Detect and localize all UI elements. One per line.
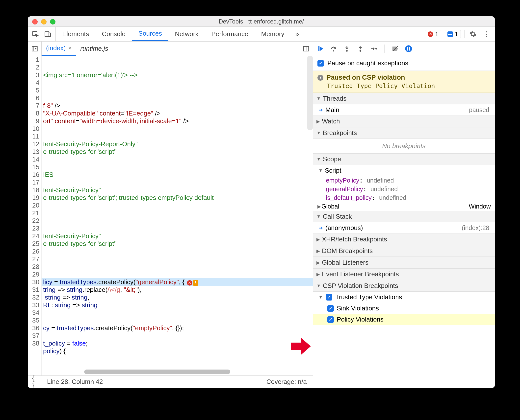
global-listeners-header[interactable]: ▶Global Listeners <box>313 257 495 268</box>
scope-header[interactable]: ▼Scope <box>313 153 495 165</box>
snippets-toggle-icon[interactable] <box>299 42 313 56</box>
code-line <box>42 309 313 317</box>
coverage-status: Coverage: n/a <box>266 378 309 386</box>
titlebar: DevTools - tt-enforced.glitch.me/ <box>28 16 495 27</box>
watch-header[interactable]: ▶Watch <box>313 116 495 127</box>
csp-sink-violations-row[interactable]: ✓ Sink Violations <box>313 303 495 314</box>
tab-console[interactable]: Console <box>95 27 132 41</box>
code-line <box>42 271 313 278</box>
code-line <box>42 255 313 263</box>
code-line: ort" content="width=device-width, initia… <box>42 117 313 125</box>
close-tab-icon[interactable]: × <box>68 45 71 51</box>
tab-performance[interactable]: Performance <box>205 27 255 41</box>
code-line: e-trusted-types-for 'script'; trusted-ty… <box>42 194 313 202</box>
file-tab[interactable]: runtime.js <box>76 42 113 56</box>
inspect-element-icon[interactable] <box>32 30 39 38</box>
step-out-icon[interactable] <box>357 45 364 52</box>
settings-gear-icon[interactable] <box>468 30 478 38</box>
svg-rect-4 <box>303 46 309 51</box>
navigator-toggle-icon[interactable] <box>28 42 42 56</box>
device-toggle-icon[interactable] <box>44 30 52 38</box>
debugger-toolbar <box>313 42 495 56</box>
thread-main-row[interactable]: ➔ Main paused <box>313 104 495 116</box>
scope-script-row[interactable]: ▼Script <box>313 165 495 176</box>
code-line: RL: string => string <box>42 301 313 309</box>
svg-rect-2 <box>48 33 51 37</box>
vertical-scrollbar[interactable] <box>307 56 313 130</box>
step-over-icon[interactable] <box>330 45 337 52</box>
code-line: string => string, <box>42 294 313 301</box>
window-title: DevTools - tt-enforced.glitch.me/ <box>28 18 495 25</box>
code-line <box>42 125 313 133</box>
resume-icon[interactable] <box>316 45 324 52</box>
event-listener-breakpoints-header[interactable]: ▶Event Listener Breakpoints <box>313 268 495 280</box>
code-line: t_policy = false; <box>42 340 313 347</box>
code-line <box>42 209 313 217</box>
zoom-window-icon[interactable] <box>50 19 55 24</box>
code-line <box>42 133 313 140</box>
svg-rect-10 <box>407 47 408 50</box>
tab-elements[interactable]: Elements <box>56 27 95 41</box>
devtools-window: DevTools - tt-enforced.glitch.me/ Elemen… <box>28 16 495 388</box>
expand-icon[interactable]: ▼ <box>318 295 323 300</box>
step-into-icon[interactable] <box>343 45 351 52</box>
step-icon[interactable] <box>370 45 377 52</box>
tab-sources[interactable]: Sources <box>132 27 168 41</box>
pause-exceptions-icon[interactable] <box>405 45 412 52</box>
code-line <box>42 94 313 102</box>
breakpoints-header[interactable]: ▼Breakpoints <box>313 127 495 139</box>
deactivate-breakpoints-icon[interactable] <box>391 45 399 52</box>
tab-network[interactable]: Network <box>168 27 205 41</box>
code-line: f-8" /> <box>42 102 313 110</box>
warning-badge-icon: ! <box>193 280 198 286</box>
csp-breakpoints-header[interactable]: ▼CSP Violation Breakpoints <box>313 280 495 292</box>
checkbox-icon[interactable]: ✓ <box>326 294 332 301</box>
code-line <box>42 156 313 163</box>
window-controls <box>32 19 55 24</box>
svg-point-7 <box>360 50 361 51</box>
pause-on-caught-row[interactable]: ✓ Pause on caught exceptions <box>313 56 495 71</box>
threads-header[interactable]: ▼Threads <box>313 93 495 104</box>
checkbox-icon[interactable]: ✓ <box>327 316 334 323</box>
callstack-frame-row[interactable]: ➔ (anonymous) (index):28 <box>313 222 495 233</box>
svg-point-9 <box>405 45 412 52</box>
code-line <box>42 87 313 94</box>
code-line: e-trusted-types-for 'script'" <box>42 240 313 248</box>
checkbox-icon[interactable]: ✓ <box>327 305 334 312</box>
code-line <box>42 263 313 271</box>
code-editor[interactable]: 1234567891011121314151617181920212223242… <box>28 56 313 375</box>
code-line <box>42 225 313 232</box>
current-thread-icon: ➔ <box>318 107 323 113</box>
code-line <box>42 355 313 363</box>
minimize-window-icon[interactable] <box>41 19 47 24</box>
debugger-pane: ✓ Pause on caught exceptions iPaused on … <box>313 42 495 388</box>
file-tab[interactable]: (index)× <box>42 42 76 56</box>
code-line: IES <box>42 171 313 179</box>
checkbox-icon[interactable]: ✓ <box>317 60 324 67</box>
message-count-badge[interactable]: ▬1 <box>445 30 461 38</box>
xhr-breakpoints-header[interactable]: ▶XHR/fetch Breakpoints <box>313 233 495 245</box>
main-toolbar: ElementsConsoleSourcesNetworkPerformance… <box>28 27 495 42</box>
close-window-icon[interactable] <box>32 19 38 24</box>
editor-statusbar: { } Line 28, Column 42 Coverage: n/a <box>28 375 313 388</box>
scope-variable[interactable]: is_default_policy: undefined <box>313 193 495 202</box>
csp-trusted-type-row[interactable]: ▼ ✓ Trusted Type Violations <box>313 292 495 303</box>
tab-memory[interactable]: Memory <box>255 27 291 41</box>
dom-breakpoints-header[interactable]: ▶DOM Breakpoints <box>313 245 495 257</box>
code-line: licy = trustedTypes.createPolicy("genera… <box>42 278 313 286</box>
code-line <box>42 79 313 87</box>
tabs-overflow-icon[interactable]: » <box>291 27 304 41</box>
pretty-print-icon[interactable]: { } <box>31 374 42 388</box>
scope-variable[interactable]: generalPolicy: undefined <box>313 185 495 193</box>
error-count-badge[interactable]: ✕1 <box>425 30 441 38</box>
csp-policy-violations-row[interactable]: ✓ Policy Violations <box>313 314 495 325</box>
line-gutter: 1234567891011121314151617181920212223242… <box>28 56 42 375</box>
scope-global-row[interactable]: ▶GlobalWindow <box>313 202 495 211</box>
callstack-header[interactable]: ▼Call Stack <box>313 211 495 222</box>
horizontal-scrollbar[interactable] <box>84 370 230 374</box>
code-line <box>42 217 313 225</box>
code-line: "X-UA-Compatible" content="IE=edge" /> <box>42 110 313 117</box>
more-menu-icon[interactable]: ⋮ <box>481 30 491 38</box>
code-line <box>42 317 313 324</box>
scope-variable[interactable]: emptyPolicy: undefined <box>313 176 495 185</box>
